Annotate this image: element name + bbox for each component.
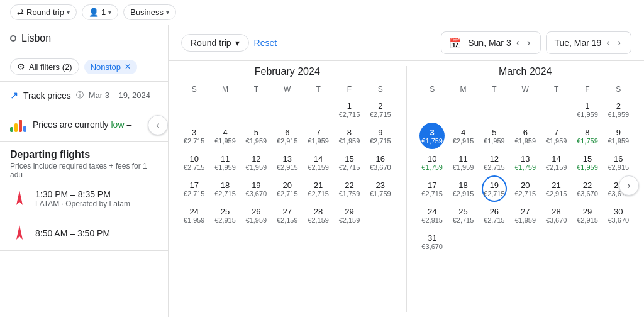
day-number: 15: [583, 154, 592, 164]
calendar-day-cell[interactable]: 31€3,670: [417, 228, 448, 255]
end-date-prev[interactable]: ‹: [604, 36, 612, 50]
calendar-day-cell[interactable]: 11€1,959: [209, 149, 240, 175]
calendar-day-cell[interactable]: 20€2,715: [272, 175, 303, 202]
day-number: 21: [314, 181, 323, 190]
day-price: €1,959: [577, 164, 598, 171]
day-number: 21: [552, 181, 560, 190]
calendar-day-cell[interactable]: 25€2,715: [448, 202, 479, 228]
end-date-next[interactable]: ›: [615, 36, 623, 50]
calendar-day-cell[interactable]: 6€2,915: [272, 123, 303, 149]
calendar-day-cell[interactable]: 6€1,959: [510, 123, 541, 149]
calendar-day-cell[interactable]: 26€2,715: [479, 202, 509, 228]
passengers-selector[interactable]: 👤 1 ▾: [82, 4, 118, 20]
calendar-day-cell[interactable]: 10€2,715: [179, 149, 209, 175]
calendar-day-cell[interactable]: 22€3,670: [572, 175, 602, 202]
day-price: €1,959: [608, 111, 629, 118]
calendar-day-cell[interactable]: 27€1,959: [510, 202, 541, 228]
calendar-day-cell[interactable]: 8€1,759: [572, 123, 602, 149]
start-date-prev[interactable]: ‹: [514, 36, 522, 50]
calendar-day-cell[interactable]: 2€1,959: [603, 96, 634, 123]
calendar-day-cell[interactable]: 20€2,715: [510, 175, 541, 202]
day-number: 6: [523, 128, 528, 137]
calendar-day-cell[interactable]: 25€2,915: [209, 202, 240, 228]
calendar-day-cell[interactable]: 12€1,959: [241, 149, 272, 175]
trip-type-selector[interactable]: ⇄ Round trip ▾: [10, 4, 77, 20]
calendar-day-cell[interactable]: 28€3,670: [541, 202, 572, 228]
day-price: €2,159: [546, 164, 567, 171]
calendar-day-cell[interactable]: 16€3,670: [365, 149, 396, 175]
day-price: €1,759: [370, 190, 391, 197]
calendar-day-cell[interactable]: 13€1,759: [510, 149, 541, 175]
calendar-day-cell[interactable]: 18€2,915: [448, 175, 479, 202]
day-number: 11: [458, 154, 467, 164]
day-price: €2,915: [546, 190, 567, 197]
start-date-next[interactable]: ›: [525, 36, 533, 50]
day-price: €1,959: [184, 216, 205, 224]
calendar-body: February 2024SMTWTFS1€2,7152€2,7153€2,71…: [169, 61, 644, 317]
calendar-day-cell[interactable]: 19€2,715: [482, 175, 507, 202]
calendar-day-cell: [241, 96, 272, 123]
calendar-day-cell[interactable]: 5€1,959: [479, 123, 509, 149]
nonstop-close-icon[interactable]: ✕: [125, 62, 131, 71]
flight-item-1[interactable]: 1:30 PM – 8:35 PM LATAM · Operated by La…: [0, 182, 168, 216]
calendar-day-cell[interactable]: 5€1,959: [241, 123, 272, 149]
calendar-day-cell[interactable]: 29€2,915: [572, 202, 602, 228]
calendar-day-cell[interactable]: 13€2,915: [272, 149, 303, 175]
calendar-day-cell[interactable]: 11€1,959: [448, 149, 479, 175]
all-filters-button[interactable]: ⚙ All filters (2): [10, 58, 79, 75]
calendar-day-cell[interactable]: 28€2,159: [303, 202, 333, 228]
calendar-trip-selector[interactable]: Round trip ▾: [181, 34, 249, 52]
calendar-day-cell[interactable]: 24€2,915: [417, 202, 448, 228]
calendar-day-cell[interactable]: 4€1,959: [209, 123, 240, 149]
class-selector[interactable]: Business ▾: [123, 4, 176, 20]
calendar-day-cell[interactable]: 1€2,715: [334, 96, 365, 123]
calendar-day-cell[interactable]: 17€2,715: [417, 175, 448, 202]
day-number: 23: [376, 181, 385, 190]
calendar-day-cell[interactable]: 7€1,959: [541, 123, 572, 149]
day-price: €3,670: [608, 216, 629, 224]
calendar-day-cell[interactable]: 27€2,159: [272, 202, 303, 228]
calendar-day-cell[interactable]: 7€1,959: [303, 123, 333, 149]
calendar-day-cell[interactable]: 3€1,759: [419, 123, 445, 149]
calendar-day-cell[interactable]: 3€2,715: [179, 123, 209, 149]
day-header: T: [241, 82, 272, 96]
flight-item-2[interactable]: 8:50 AM – 3:50 PM: [0, 216, 168, 251]
calendar-day-cell[interactable]: 10€1,759: [417, 149, 448, 175]
calendar-day-cell[interactable]: 19€3,670: [241, 175, 272, 202]
calendar-day-cell[interactable]: 14€2,159: [541, 149, 572, 175]
calendar-day-cell[interactable]: 22€1,759: [334, 175, 365, 202]
day-number: 26: [490, 207, 499, 216]
left-panel: Lisbon ⚙ All filters (2) Nonstop ✕ ↗ Tra…: [0, 25, 169, 317]
day-header: T: [479, 82, 509, 96]
day-number: 7: [554, 128, 558, 137]
calendar-day-cell[interactable]: 2€2,715: [365, 96, 396, 123]
calendar-day-cell[interactable]: 9€2,715: [365, 123, 396, 149]
nonstop-chip[interactable]: Nonstop ✕: [84, 60, 137, 74]
left-nav-arrow[interactable]: ‹: [148, 115, 168, 135]
calendar-day-cell[interactable]: 15€1,959: [572, 149, 602, 175]
calendar-day-cell[interactable]: 8€1,959: [334, 123, 365, 149]
calendar-day-cell[interactable]: 24€1,959: [179, 202, 209, 228]
calendar-day-cell[interactable]: 17€2,715: [179, 175, 209, 202]
day-price: €1,959: [246, 164, 267, 171]
calendar-day-cell[interactable]: 21€2,715: [303, 175, 333, 202]
day-number: 26: [252, 207, 260, 216]
passengers-label: 1: [101, 8, 106, 17]
calendar-day-cell[interactable]: 29€2,159: [334, 202, 365, 228]
track-prices-row: ↗ Track prices ⓘ Mar 3 – 19, 2024: [0, 82, 168, 109]
calendar-reset-button[interactable]: Reset: [254, 38, 277, 48]
calendar-day-cell[interactable]: 12€2,715: [479, 149, 509, 175]
calendar-day-cell[interactable]: 26€1,959: [241, 202, 272, 228]
calendar-day-cell[interactable]: 1€1,959: [572, 96, 602, 123]
calendar-day-cell[interactable]: 16€2,915: [603, 149, 634, 175]
calendar-day-cell[interactable]: 15€2,715: [334, 149, 365, 175]
calendar-day-cell[interactable]: 23€1,759: [365, 175, 396, 202]
calendar-day-cell[interactable]: 18€2,715: [209, 175, 240, 202]
calendar-day-cell[interactable]: 4€2,915: [448, 123, 479, 149]
calendar-day-cell[interactable]: 30€3,670: [603, 202, 634, 228]
right-nav-arrow[interactable]: ›: [619, 175, 639, 196]
calendar-day-cell[interactable]: 9€1,959: [603, 123, 634, 149]
calendar-day-cell[interactable]: 14€2,159: [303, 149, 333, 175]
day-header: W: [272, 82, 303, 96]
calendar-day-cell[interactable]: 21€2,915: [541, 175, 572, 202]
